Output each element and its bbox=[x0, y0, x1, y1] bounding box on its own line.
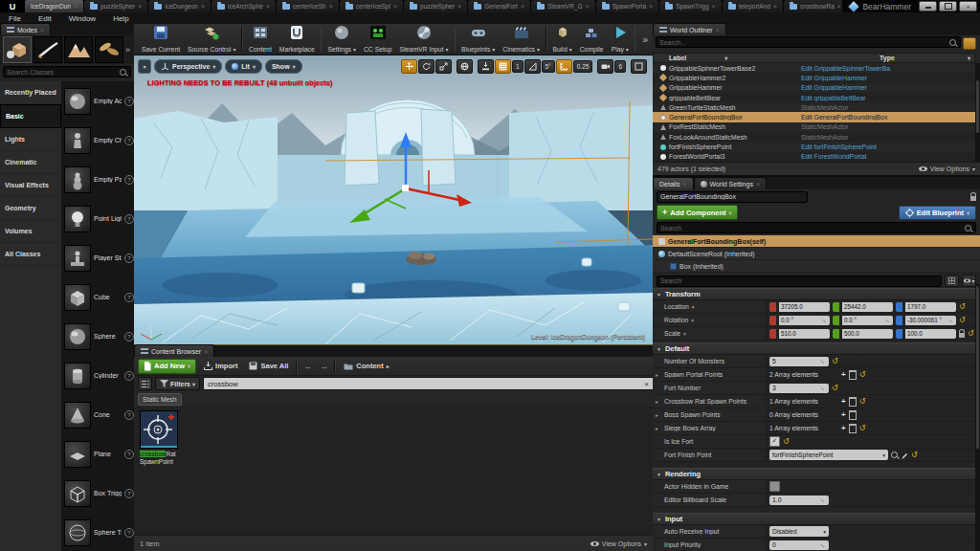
section-header-default[interactable]: ▼Default bbox=[653, 342, 980, 355]
minimize-button[interactable] bbox=[919, 1, 937, 11]
type-filter-chip[interactable]: Static Mesh bbox=[138, 393, 182, 406]
close-button[interactable]: × bbox=[959, 1, 977, 11]
clear-array-icon[interactable] bbox=[849, 424, 857, 433]
breadcrumb[interactable]: Content ▸ bbox=[340, 362, 392, 370]
save-current-button[interactable]: Save Current bbox=[138, 24, 184, 55]
tab-details[interactable]: Details× bbox=[653, 177, 694, 189]
category-all-classes[interactable]: All Classes bbox=[0, 243, 61, 266]
content-button[interactable]: Content bbox=[245, 24, 276, 55]
asset-search-input[interactable] bbox=[203, 377, 655, 390]
sources-panel-toggle[interactable] bbox=[138, 377, 152, 390]
lock-icon[interactable] bbox=[970, 196, 976, 201]
spinner-field[interactable]: 1.0↔ bbox=[769, 496, 829, 505]
spinner-field[interactable]: 0↔ bbox=[769, 540, 829, 550]
browse-icon[interactable] bbox=[891, 452, 898, 458]
close-icon[interactable]: × bbox=[40, 27, 44, 33]
reset-icon[interactable]: ↺ bbox=[859, 398, 866, 406]
edit-blueprint-link[interactable]: Edit grippableBeltBear bbox=[801, 95, 964, 101]
expander-icon[interactable]: ▸ bbox=[656, 412, 658, 418]
tab-close-icon[interactable]: × bbox=[586, 3, 590, 10]
chevron-down-icon[interactable]: ▾ bbox=[569, 46, 572, 53]
actor-name-field[interactable] bbox=[657, 191, 808, 203]
viewport[interactable]: LIGHTING NEEDS TO BE REBUILT (48 unbuilt… bbox=[134, 55, 653, 345]
move-tool-icon[interactable] bbox=[401, 59, 417, 74]
editor-tab-puzzleSpher[interactable]: puzzleSpher× bbox=[404, 0, 468, 12]
tab-world-outliner[interactable]: World Outliner × bbox=[653, 23, 726, 35]
clear-array-icon[interactable] bbox=[849, 397, 857, 407]
spinner-icon[interactable]: ↔ bbox=[819, 496, 827, 503]
section-header-input[interactable]: ▼Input bbox=[653, 513, 980, 525]
edit-blueprint-link[interactable]: Edit GrippableHammer bbox=[801, 84, 964, 91]
reset-icon[interactable]: ↺ bbox=[832, 358, 838, 365]
tab-close-icon[interactable]: × bbox=[266, 3, 270, 10]
viewport-lit-button[interactable]: Lit▾ bbox=[225, 59, 262, 74]
toolbar-overflow-icon[interactable]: » bbox=[637, 34, 653, 45]
menu-help[interactable]: Help bbox=[104, 14, 137, 23]
editor-tab-iceArchSphe[interactable]: iceArchSphe× bbox=[212, 0, 277, 12]
outliner-row[interactable]: GrippableSpinnerTowerBase2Edit Grippable… bbox=[653, 63, 975, 73]
edit-blueprint-link[interactable]: Edit fortFinishSpherePoint bbox=[801, 143, 964, 150]
rotate-tool-icon[interactable] bbox=[418, 59, 434, 74]
viewport-options-icon[interactable]: ▾ bbox=[138, 59, 151, 74]
build-button[interactable]: Build▾ bbox=[549, 24, 576, 55]
search-classes-input[interactable] bbox=[3, 66, 131, 77]
reset-icon[interactable]: ↺ bbox=[959, 317, 966, 324]
tab-content-browser[interactable]: Content Browser × bbox=[134, 344, 214, 357]
tab-modes[interactable]: Modes × bbox=[0, 23, 51, 35]
spinner-field[interactable]: 3↔ bbox=[769, 384, 829, 393]
scale-tool-icon[interactable] bbox=[435, 59, 452, 74]
outliner-row[interactable]: grippableBeltBearEdit grippableBeltBear bbox=[653, 93, 975, 102]
expander-icon[interactable]: ▸ bbox=[656, 426, 658, 431]
editor-tab-centerIceSh[interactable]: centerIceSh× bbox=[277, 0, 340, 12]
lock-icon[interactable] bbox=[959, 333, 965, 338]
tab-close-icon[interactable]: × bbox=[329, 3, 333, 10]
scale-snap-value[interactable]: 0.25 bbox=[573, 60, 593, 73]
maximize-viewport-icon[interactable] bbox=[631, 59, 647, 74]
editor-tab-SteamVR_G[interactable]: SteamVR_G× bbox=[531, 0, 596, 12]
editor-tab-SpawnTrigg[interactable]: SpawnTrigg× bbox=[659, 0, 723, 12]
outliner-filter-icon[interactable] bbox=[963, 37, 976, 50]
expander-icon[interactable]: ▸ bbox=[656, 399, 658, 405]
placeable-plane[interactable]: Plane? bbox=[61, 434, 134, 474]
category-geometry[interactable]: Geometry bbox=[0, 197, 61, 220]
editor-tab-GeneralFort[interactable]: GeneralFort× bbox=[468, 0, 531, 12]
close-icon[interactable]: × bbox=[716, 27, 720, 33]
forward-arrow-icon[interactable]: → bbox=[318, 362, 330, 371]
reset-icon[interactable]: ↺ bbox=[959, 303, 966, 311]
import-button[interactable]: Import bbox=[200, 362, 241, 370]
tab-close-icon[interactable]: × bbox=[74, 3, 78, 10]
editor-tab-IceDragonDun[interactable]: IceDragonDun× bbox=[25, 0, 84, 12]
component-row[interactable]: GeneralFortBoundingBox(self) bbox=[653, 235, 980, 248]
checkbox[interactable] bbox=[769, 481, 780, 492]
tab-close-icon[interactable]: × bbox=[773, 3, 777, 10]
outliner-row[interactable]: FoxRestStaticMeshStaticMeshActor bbox=[653, 122, 975, 132]
tab-close-icon[interactable]: × bbox=[201, 3, 205, 10]
placeable-cone[interactable]: Cone? bbox=[61, 395, 134, 434]
reset-icon[interactable]: ↺ bbox=[968, 330, 974, 338]
category-visual-effects[interactable]: Visual Effects bbox=[0, 174, 61, 197]
section-header-transform[interactable]: ▼Transform bbox=[653, 288, 980, 300]
tab-close-icon[interactable]: × bbox=[712, 3, 716, 10]
z-value-field[interactable]: 1797.0 bbox=[905, 302, 956, 312]
reset-icon[interactable]: ↺ bbox=[832, 385, 838, 392]
view-options-button[interactable]: View Options ▾ bbox=[919, 165, 975, 172]
details-scrollbar[interactable] bbox=[975, 284, 980, 551]
tab-close-icon[interactable]: × bbox=[457, 3, 461, 10]
z-value-field[interactable]: 100.0 bbox=[905, 329, 956, 339]
expander-icon[interactable]: ▸ bbox=[656, 372, 658, 378]
y-value-field[interactable]: 500.0 bbox=[842, 329, 893, 339]
editor-tab-teleportAnd[interactable]: teleportAnd× bbox=[723, 0, 784, 12]
view-options-button[interactable]: View Options ▾ bbox=[590, 540, 647, 547]
category-basic[interactable]: Basic bbox=[0, 104, 61, 128]
tab-close-icon[interactable]: × bbox=[393, 3, 397, 10]
outliner-search-input[interactable] bbox=[656, 36, 961, 48]
steamvr-input-button[interactable]: SteamVR Input▾ bbox=[395, 24, 452, 55]
scale-snap-icon[interactable] bbox=[556, 59, 572, 74]
menu-window[interactable]: Window bbox=[60, 14, 104, 23]
close-icon[interactable]: × bbox=[682, 181, 686, 187]
reset-icon[interactable]: ↺ bbox=[783, 438, 790, 446]
outliner-column-headers[interactable]: Label ▾ Type ▾ bbox=[653, 53, 975, 63]
chevron-down-icon[interactable]: ▾ bbox=[353, 46, 356, 53]
marketplace-button[interactable]: Marketplace bbox=[276, 24, 319, 55]
outliner-row[interactable]: GeneralFortBoundingBoxEdit GeneralFortBo… bbox=[653, 112, 975, 121]
